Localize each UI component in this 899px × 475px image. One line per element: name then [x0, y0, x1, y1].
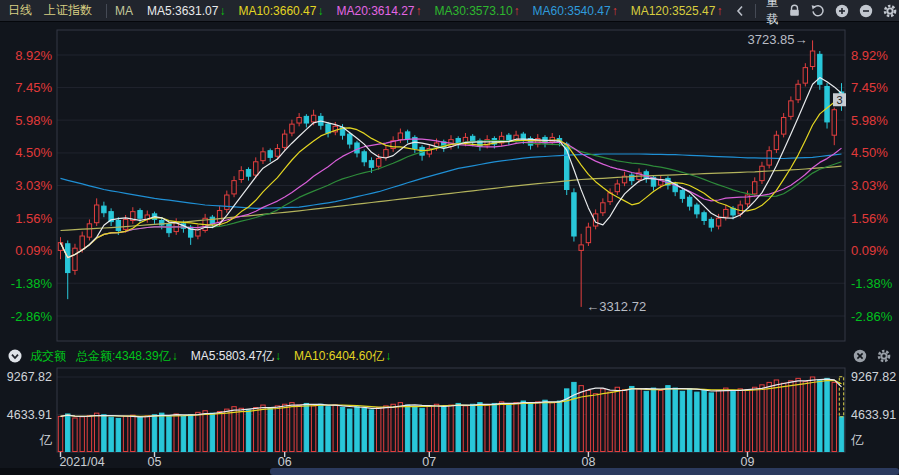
volume-stat-value[interactable]: MA5:5803.47亿↓ — [191, 348, 281, 365]
volume-axis-label-left: 9267.82 — [7, 370, 52, 384]
toolbar-divider-2 — [755, 4, 756, 18]
price-axis-label-right: 7.45% — [851, 80, 888, 95]
lock-icon[interactable] — [788, 4, 801, 17]
volume-bar — [210, 413, 214, 451]
candle-body — [586, 227, 590, 243]
volume-bar — [825, 378, 829, 451]
volume-bar — [586, 390, 590, 451]
volume-bar — [463, 406, 467, 452]
volume-bar — [73, 418, 77, 451]
horizontal-scrollbar[interactable] — [0, 468, 899, 475]
volume-pane-title[interactable]: 成交额 — [30, 348, 66, 365]
candle-body — [326, 124, 330, 133]
collapse-indicators-icon[interactable] — [735, 5, 745, 17]
volume-bar — [340, 407, 344, 451]
zoom-out-icon[interactable] — [859, 4, 873, 18]
price-axis-label-left: 1.56% — [15, 211, 52, 226]
candle-body — [615, 184, 619, 192]
volume-bar — [319, 404, 323, 451]
ma-indicator-value[interactable]: MA60:3540.47↑ — [533, 4, 618, 18]
month-label[interactable]: 07 — [422, 455, 436, 468]
price-axis-label-right: 1.56% — [851, 211, 888, 226]
candle-body — [87, 224, 91, 237]
candle-body — [297, 117, 301, 123]
month-label[interactable]: 08 — [581, 455, 595, 468]
period-tab-daily[interactable]: 日线 — [8, 2, 32, 19]
volume-bar — [507, 404, 511, 451]
volume-bar — [738, 389, 742, 452]
main-toolbar: 日线 上证指数 MA MA5:3631.07↓MA10:3660.47↓MA20… — [0, 0, 899, 22]
volume-bar — [348, 409, 352, 451]
scrollbar-thumb[interactable] — [270, 468, 899, 475]
volume-bar — [282, 404, 286, 451]
symbol-label[interactable]: 上证指数 — [44, 2, 92, 19]
ma-indicator-value[interactable]: MA10:3660.47↓ — [238, 4, 323, 18]
close-pane-icon[interactable] — [853, 349, 867, 363]
volume-bar — [608, 392, 612, 451]
volume-bar — [268, 407, 272, 451]
price-axis-label-left: 0.09% — [15, 243, 52, 258]
volume-bar — [593, 394, 597, 452]
volume-bar — [615, 387, 619, 451]
candle-body — [579, 245, 583, 251]
candle-body — [362, 152, 366, 162]
volume-stat-value[interactable]: 总金额:4348.39亿↓ — [76, 348, 178, 365]
volume-bar — [839, 417, 843, 452]
volume-bar — [311, 406, 315, 452]
volume-bar — [644, 391, 648, 451]
volume-bar — [745, 390, 749, 452]
candle-body — [376, 158, 380, 166]
pane-collapse-icon[interactable] — [8, 349, 22, 363]
ma-indicator-value[interactable]: MA120:3525.47↑ — [631, 4, 723, 18]
candle-body — [687, 197, 691, 206]
volume-bar — [420, 408, 424, 451]
candle-body — [123, 219, 127, 229]
candle-body — [311, 115, 315, 122]
candle-body — [789, 101, 793, 117]
candle-body — [102, 206, 106, 213]
ma-indicator-value[interactable]: MA20:3614.27↑ — [336, 4, 421, 18]
volume-bar — [680, 391, 684, 451]
candle-body — [217, 211, 221, 223]
month-label[interactable]: 2021/04 — [59, 455, 104, 468]
volume-bar — [767, 382, 771, 451]
volume-stat-value[interactable]: MA10:6404.60亿↓ — [294, 348, 391, 365]
ma-indicator-list: MA5:3631.07↓MA10:3660.47↓MA20:3614.27↑MA… — [147, 4, 735, 18]
volume-bar — [66, 414, 70, 452]
volume-bar — [275, 406, 279, 452]
volume-bar — [123, 416, 127, 451]
volume-chart[interactable]: 9267.829267.824633.914633.91亿亿2021/04050… — [0, 367, 899, 468]
candle-body — [803, 68, 807, 84]
volume-bar — [391, 404, 395, 451]
volume-bar — [832, 382, 836, 451]
ma-indicator-value[interactable]: MA5:3631.07↓ — [147, 4, 225, 18]
volume-bar — [188, 415, 192, 452]
volume-bar — [702, 390, 706, 452]
volume-bar — [753, 387, 757, 451]
candle-body — [225, 195, 229, 209]
volume-bar — [550, 403, 554, 452]
month-label[interactable]: 09 — [741, 455, 755, 468]
volume-bar — [94, 413, 98, 451]
volume-bar — [261, 405, 265, 451]
zoom-in-icon[interactable] — [835, 4, 849, 18]
undo-icon[interactable] — [811, 4, 825, 17]
volume-bar — [557, 401, 561, 451]
candle-body — [601, 203, 605, 213]
volume-bar — [724, 388, 728, 451]
ma-indicator-value[interactable]: MA30:3573.10↑ — [435, 4, 520, 18]
volume-bar — [442, 407, 446, 452]
volume-bar — [651, 388, 655, 451]
settings-gear-icon[interactable] — [883, 4, 897, 18]
volume-settings-gear-icon[interactable] — [877, 349, 891, 363]
volume-bar — [326, 407, 330, 452]
candle-body — [261, 152, 265, 161]
volume-bar — [760, 385, 764, 452]
price-chart[interactable]: 8.92%8.92%7.45%7.45%5.98%5.98%4.50%4.50%… — [0, 22, 899, 345]
month-label[interactable]: 05 — [148, 455, 162, 468]
volume-bar — [796, 378, 800, 451]
indicator-group-label[interactable]: MA — [115, 4, 133, 18]
month-label[interactable]: 06 — [278, 455, 292, 468]
candle-body — [702, 213, 706, 221]
volume-bar — [217, 412, 221, 452]
